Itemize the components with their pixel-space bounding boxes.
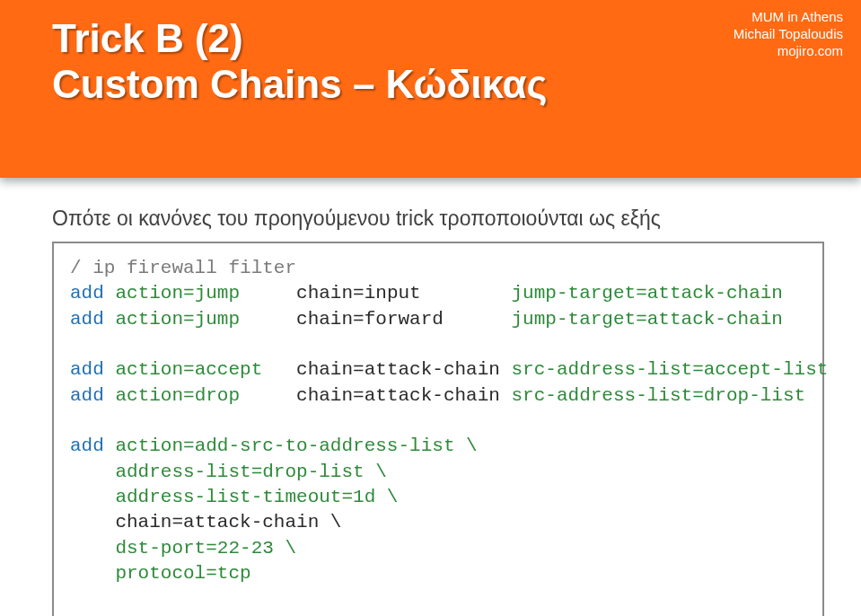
code-token: chain=attack-chain	[296, 359, 511, 380]
title-line-2: Custom Chains – Κώδικας	[52, 62, 547, 108]
code-token: action=add-src-to-address-list \	[115, 436, 477, 456]
kw-add: add	[70, 436, 115, 456]
code-token: address-list=drop-list \	[70, 462, 387, 482]
code-box: / ip firewall filter add action=jump cha…	[52, 242, 824, 616]
code-token: chain=forward	[296, 309, 511, 330]
code-token: action=accept	[115, 359, 296, 380]
intro-text: Οπότε οι κανόνες του προηγούμενου trick …	[52, 207, 825, 231]
code-comment: / ip firewall filter	[70, 258, 296, 278]
kw-add: add	[70, 283, 115, 304]
code-token: action=drop	[115, 385, 296, 406]
code-token: chain=attack-chain	[296, 385, 511, 406]
slide-title: Trick B (2) Custom Chains – Κώδικας	[52, 16, 547, 107]
code-token: dst-port=22-23 \	[70, 538, 296, 559]
code-token: address-list-timeout=1d \	[70, 487, 398, 507]
code-token: src-address-list=drop-list	[512, 385, 806, 406]
kw-add: add	[70, 309, 115, 330]
code-token: jump-target=attack-chain	[512, 309, 783, 330]
code-token: jump-target=attack-chain	[512, 283, 783, 304]
meta-block: MUM in Athens Michail Topaloudis mojiro.…	[734, 9, 843, 59]
meta-line-site: mojiro.com	[734, 43, 843, 60]
title-line-1: Trick B (2)	[52, 16, 547, 62]
kw-add: add	[70, 359, 115, 380]
meta-line-author: Michail Topaloudis	[734, 26, 843, 43]
code-token: action=jump	[115, 283, 296, 304]
meta-line-event: MUM in Athens	[734, 9, 843, 26]
code-token: chain=input	[296, 283, 511, 304]
code-token: action=jump	[115, 309, 296, 330]
content-area: Οπότε οι κανόνες του προηγούμενου trick …	[52, 207, 825, 616]
code-token: protocol=tcp	[70, 563, 251, 584]
code-token: chain=attack-chain \	[70, 512, 341, 532]
code-token: src-address-list=accept-list	[512, 359, 829, 380]
kw-add: add	[70, 385, 115, 406]
